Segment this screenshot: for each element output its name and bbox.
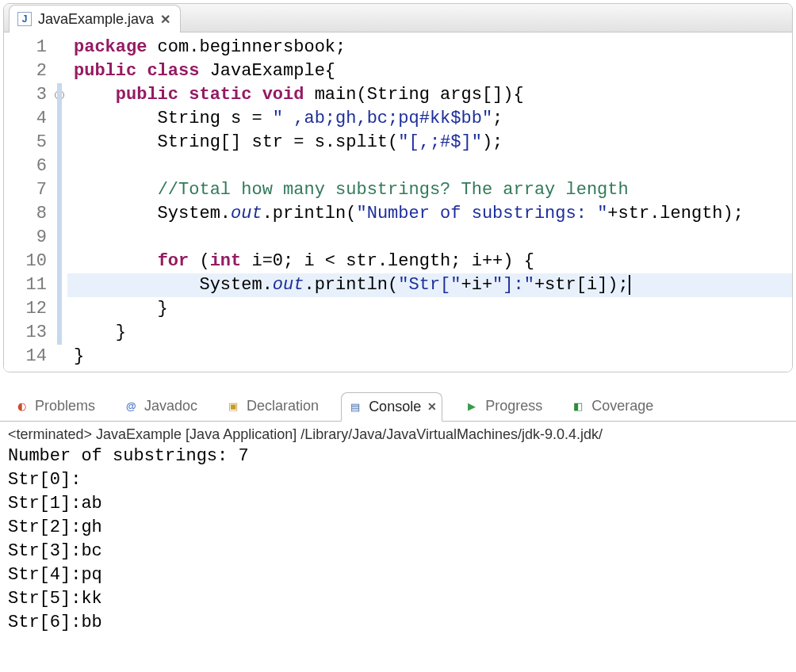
tab-label: Problems [35,398,95,414]
code-line[interactable]: } [67,321,792,345]
line-number: 12 [17,297,53,321]
line-number: 10 [17,250,53,273]
editor-tab-bar: J JavaExample.java ✕ [4,4,792,32]
code-line[interactable]: System.out.println("Str["+i+"]:"+str[i])… [67,273,792,297]
line-number: 2 [17,59,53,83]
code-line[interactable]: //Total how many substrings? The array l… [67,178,792,202]
tab-progress[interactable]: ▶ Progress [458,392,549,421]
code-line[interactable]: System.out.println("Number of substrings… [67,202,792,226]
tab-console[interactable]: ▤ Console ✕ [341,392,442,422]
line-number: 3 [17,83,53,107]
close-icon[interactable]: ✕ [160,12,169,27]
code-line[interactable]: } [67,297,792,321]
console-icon: ▤ [348,399,362,414]
tab-coverage[interactable]: ◧ Coverage [564,392,660,421]
code-line[interactable]: for (int i=0; i < str.length; i++) { [67,250,792,273]
editor-body[interactable]: 1234567891011121314 package com.beginner… [4,32,792,372]
line-number: 4 [17,107,53,131]
code-line[interactable] [67,155,792,178]
tab-label: Declaration [247,398,319,414]
tab-label: Javadoc [144,398,197,414]
code-line[interactable]: String[] str = s.split("[,;#$]"); [67,131,792,155]
code-line[interactable]: } [67,345,792,368]
line-number: 9 [17,226,53,250]
tab-declaration[interactable]: ▣ Declaration [220,392,325,421]
code-line[interactable] [67,226,792,250]
code-line[interactable]: public static void main(String args[]){ [67,83,792,107]
line-number: 8 [17,202,53,226]
tab-problems[interactable]: ◐ Problems [8,392,101,421]
line-number: 13 [17,321,53,345]
method-range-marker [57,83,62,345]
line-number: 7 [17,178,53,202]
declaration-icon: ▣ [226,399,240,414]
annotation-ruler [4,32,17,372]
problems-icon: ◐ [14,399,29,414]
folding-ruler [53,32,67,372]
editor-tab-label: JavaExample.java [38,11,154,28]
console-output[interactable]: Number of substrings: 7 Str[0]: Str[1]:a… [0,445,796,643]
coverage-icon: ◧ [571,399,585,414]
line-number: 1 [17,36,53,59]
editor-pane: J JavaExample.java ✕ 1234567891011121314… [3,3,793,372]
code-area[interactable]: package com.beginnersbook;public class J… [67,32,792,372]
tab-label: Console [369,399,421,415]
java-file-icon: J [17,12,32,26]
line-number: 5 [17,131,53,155]
code-line[interactable]: package com.beginnersbook; [67,36,792,59]
bottom-panel: ◐ Problems @ Javadoc ▣ Declaration ▤ Con… [0,391,796,643]
close-icon[interactable]: ✕ [427,400,435,413]
line-number: 11 [17,273,53,297]
line-number-gutter: 1234567891011121314 [17,32,53,372]
view-tab-bar: ◐ Problems @ Javadoc ▣ Declaration ▤ Con… [0,391,796,422]
tab-label: Progress [485,398,542,414]
tab-label: Coverage [591,398,653,414]
line-number: 6 [17,155,53,178]
tab-javadoc[interactable]: @ Javadoc [117,392,204,421]
javadoc-icon: @ [124,399,138,414]
editor-tab-javaexample[interactable]: J JavaExample.java ✕ [9,5,181,32]
code-line[interactable]: String s = " ,ab;gh,bc;pq#kk$bb"; [67,107,792,131]
progress-icon: ▶ [465,399,479,414]
console-status: <terminated> JavaExample [Java Applicati… [0,422,796,445]
line-number: 14 [17,345,53,368]
code-line[interactable]: public class JavaExample{ [67,59,792,83]
